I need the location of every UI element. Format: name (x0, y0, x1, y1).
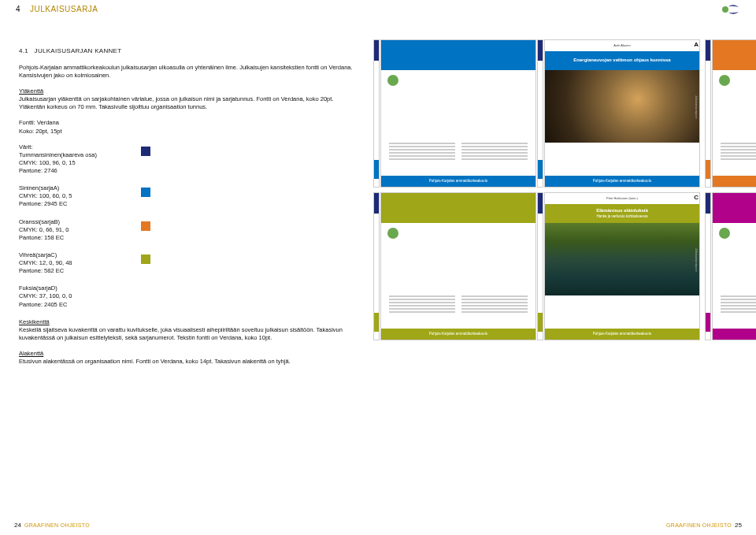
back-text (389, 143, 528, 171)
page-header: 4 JULKAISUSARJA (0, 0, 756, 20)
section-heading: 4.1 JULKAISUSARJAN KANNET (19, 47, 358, 56)
right-column: Pohjois-Karjalan ammattikorkeakoulu Antt… (358, 47, 737, 373)
back-text (721, 295, 756, 324)
footer-org: Pohjois-Karjalan ammattikorkeakoulu (381, 329, 536, 340)
content-area: 4.1 JULKAISUSARJAN KANNET Pohjois-Karjal… (19, 47, 737, 373)
ala-block: AlakenttäEtusivun alakentässä on organis… (19, 350, 358, 366)
logo-icon (721, 4, 739, 15)
keski-block: KeskikenttäKeskellä sijaitseva kuvakentt… (19, 318, 358, 342)
page-footer: 24GRAAFINEN OHJEISTO GRAAFINEN OHJEISTO2… (0, 511, 756, 535)
color-fuksia: Fuksia(sarjaD) CMYK: 37, 100, 0, 0 Panto… (19, 284, 358, 308)
cover-pair-b: Pohjois-Karjalan ammattikorkeakoulu Paul… (705, 39, 756, 188)
color-dark: Värit: Tummansininen(kaareva osa) CMYK: … (19, 143, 358, 176)
author: Antti Alanen (545, 40, 699, 51)
footer-right: GRAAFINEN OHJEISTO25 (666, 522, 742, 529)
cover-a-front: Antti Alanen Energianeuvojan valtimon oh… (544, 39, 700, 188)
side-label: Julkaisusarja sarja nro (691, 225, 698, 295)
swatch-orange (141, 221, 150, 231)
svg-point-0 (722, 6, 728, 13)
side-label: Julkaisusarja sarja nro (691, 72, 698, 143)
cover-pair-c: Pohjois-Karjalan ammattikorkeakoulu Pete… (373, 192, 700, 340)
cover-d-back: Pohjois-Karjalan ammattikorkeakoulu (712, 192, 756, 340)
cover-a-back: Pohjois-Karjalan ammattikorkeakoulu (380, 39, 536, 188)
cover-pair-d: Pohjois-Karjalan ammattikorkeakoulu Nea … (705, 192, 756, 340)
logo-icon (719, 75, 730, 86)
footer-org: Pohjois-Karjalan ammattikorkeakoulu (713, 176, 756, 187)
footer-org: Pohjois-Karjalan ammattikorkeakoulu (545, 329, 699, 340)
footer-org: Pohjois-Karjalan ammattikorkeakoulu (545, 176, 699, 187)
swatch-darkblue (141, 147, 150, 156)
cover-image (545, 223, 699, 295)
intro-text: Pohjois-Karjalan ammattikorkeakoulun jul… (19, 64, 358, 80)
cover-c-front: Pete Hukkanen (toim.) Elämänisus eläinlu… (544, 192, 700, 340)
document-page: 4 JULKAISUSARJA 4.1 JULKAISUSARJAN KANNE… (0, 0, 756, 535)
spine-c-back (373, 192, 380, 340)
footer-left: 24GRAAFINEN OHJEISTO (14, 522, 90, 529)
logo-icon (387, 75, 398, 86)
cover-b-back: Pohjois-Karjalan ammattikorkeakoulu (712, 39, 756, 188)
covers-grid: Pohjois-Karjalan ammattikorkeakoulu Antt… (373, 39, 756, 340)
back-text (721, 143, 756, 171)
spine-b-back (705, 39, 711, 188)
color-orange: Oranssi(sarjaB) CMYK: 0, 66, 91, 0 Panto… (19, 218, 358, 242)
page-title: JULKAISUSARJA (30, 5, 98, 13)
left-column: 4.1 JULKAISUSARJAN KANNET Pohjois-Karjal… (19, 47, 358, 373)
tag-c: C (694, 194, 699, 201)
footer-org: Pohjois-Karjalan ammattikorkeakoulu (713, 329, 756, 340)
cover-image (545, 70, 699, 143)
cover-pair-a: Pohjois-Karjalan ammattikorkeakoulu Antt… (373, 39, 700, 188)
spine-a-back (373, 39, 380, 188)
swatch-blue (141, 188, 150, 197)
yla-block: YläkenttäJulkaisusarjan yläkenttä on sar… (19, 87, 358, 111)
logo-icon (387, 228, 398, 239)
author: Pete Hukkanen (toim.) (545, 193, 699, 204)
footer-org: Pohjois-Karjalan ammattikorkeakoulu (381, 176, 536, 187)
spine-c-front (537, 192, 543, 340)
color-green: Vihreä(sarjaC) CMYK: 12, 0, 90, 48 Panto… (19, 251, 358, 275)
page-number-top: 4 (16, 5, 20, 13)
tag-a: A (694, 41, 699, 48)
cover-c-back: Pohjois-Karjalan ammattikorkeakoulu (380, 192, 536, 340)
logo-icon (719, 228, 730, 239)
spine-a-front (537, 39, 543, 188)
color-blue: Sininen(sarjaA) CMYK: 100, 60, 0, 5 Pant… (19, 184, 358, 208)
font-info: Fontti: VerdanaKoko: 20pt, 15pt (19, 119, 358, 135)
back-text (389, 295, 528, 324)
swatch-green (141, 254, 150, 264)
spine-d-back (705, 192, 711, 340)
